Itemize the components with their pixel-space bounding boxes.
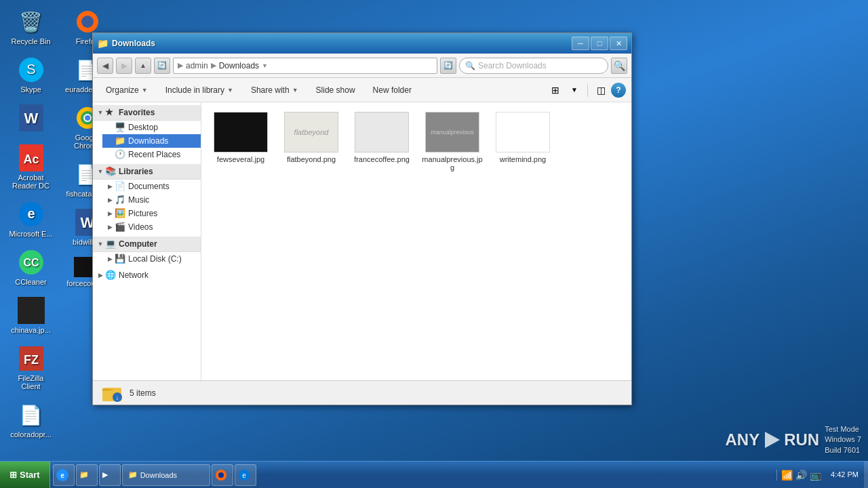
favorites-header[interactable]: ▼ ★ Favorites [93, 105, 201, 121]
filezilla-label: FileZilla Client [8, 374, 54, 390]
desktop-icon-edge[interactable]: e Microsoft E... [5, 198, 56, 241]
main-content: ▼ ★ Favorites 🖥️ Desktop 📁 Downloads 🕐 [93, 102, 631, 380]
desktop-icon-chinava[interactable]: chinava.jp... [5, 294, 56, 337]
help-button[interactable]: ? [611, 83, 626, 98]
sidebar-item-documents[interactable]: ▶ 📄 Documents [102, 180, 201, 193]
word-icon: W [18, 104, 45, 131]
start-button[interactable]: ⊞ Start [0, 462, 50, 489]
file-item-manualprevious[interactable]: manualprevious manualprevious.jpg [418, 108, 486, 176]
sidebar-item-local-disk[interactable]: ▶ 💾 Local Disk (C:) [102, 252, 201, 266]
file-name-flatbeyond: flatbeyond.png [287, 155, 336, 163]
taskbar-firefox-icon[interactable] [212, 464, 233, 486]
pictures-icon: 🖼️ [115, 208, 125, 219]
up-button[interactable]: ▲ [135, 58, 151, 74]
desktop-icon-acrobat[interactable]: Ac Acrobat Reader DC [5, 142, 56, 192]
file-name-francecoffee: francecoffee.png [354, 155, 410, 163]
desktop-icon-skype[interactable]: S Skype [5, 54, 56, 96]
back-button[interactable]: ◀ [97, 58, 113, 74]
music-label: Music [128, 195, 149, 205]
file-thumbnail-writemind [496, 112, 550, 152]
sidebar-item-pictures[interactable]: ▶ 🖼️ Pictures [102, 207, 201, 220]
anyrun-play-icon [762, 430, 781, 449]
share-with-button[interactable]: Share with ▼ [243, 81, 306, 99]
search-box[interactable]: 🔍 Search Downloads [459, 58, 608, 74]
recycle-bin-label: Recycle Bin [11, 37, 50, 45]
organize-button[interactable]: Organize ▼ [98, 81, 155, 99]
chinava-icon [18, 297, 45, 324]
svg-text:↓: ↓ [116, 394, 119, 401]
filezilla-icon: FZ [18, 345, 45, 372]
tray-show-desktop-icon[interactable]: 📺 [810, 470, 821, 481]
local-disk-icon: 💾 [115, 253, 125, 264]
compat-button[interactable]: 🔄 [154, 58, 170, 74]
libraries-header[interactable]: ▼ 📚 Libraries [93, 164, 201, 180]
view-arrow-button[interactable]: ▼ [566, 82, 583, 98]
slide-show-button[interactable]: Slide show [309, 81, 363, 99]
anyrun-info: Test Mode Windows 7 Build 7601 [825, 424, 861, 455]
network-label: Network [119, 270, 149, 280]
taskbar-explorer-icon[interactable]: 📁 [76, 464, 98, 486]
taskbar-edge-taskbar[interactable]: e [235, 464, 256, 486]
include-library-button[interactable]: Include in library ▼ [158, 81, 241, 99]
coloradopr-icon: 📄 [18, 401, 45, 428]
desktop-icon-filezilla[interactable]: FZ FileZilla Client [5, 342, 56, 393]
file-name-fewseveral: fewseveral.jpg [217, 155, 264, 163]
pictures-label: Pictures [128, 209, 157, 218]
sidebar-item-desktop[interactable]: 🖥️ Desktop [102, 121, 201, 134]
svg-text:Ac: Ac [23, 152, 39, 166]
view-toggle-button[interactable]: ⊞ [547, 82, 564, 98]
share-with-arrow-icon: ▼ [292, 87, 298, 94]
file-item-flatbeyond[interactable]: flatbeyond flatbeyond.png [277, 108, 345, 176]
file-name-manualprevious: manualprevious.jpg [421, 155, 484, 171]
tray-network-icon[interactable]: 📶 [781, 470, 793, 481]
desktop-icon-coloradopr[interactable]: 📄 coloradopr... [5, 399, 56, 441]
forward-button[interactable]: ▶ [116, 58, 132, 74]
file-item-fewseveral[interactable]: fewseveral.jpg [207, 108, 275, 176]
taskbar-clock[interactable]: 4:42 PM [825, 470, 864, 479]
file-item-francecoffee[interactable]: francecoffee.png [348, 108, 416, 176]
start-label: Start [20, 470, 40, 480]
toolbar-separator [587, 83, 588, 97]
close-button[interactable]: ✕ [610, 37, 627, 50]
computer-header[interactable]: ▼ 💻 Computer [93, 237, 201, 252]
maximize-button[interactable]: □ [591, 37, 608, 50]
file-item-writemind[interactable]: writemind.png [489, 108, 557, 176]
desktop-icon-recycle-bin[interactable]: 🗑️ Recycle Bin [5, 5, 56, 48]
new-folder-button[interactable]: New folder [366, 81, 419, 99]
ccleaner-label: CCleaner [15, 278, 46, 286]
anyrun-mode: Test Mode [825, 424, 861, 434]
desktop: 🗑️ Recycle Bin S Skype W Ac Acrobat Read… [0, 0, 868, 488]
taskbar-ie-icon[interactable]: e [53, 464, 75, 486]
sidebar-item-network[interactable]: ▶ 🌐 Network [93, 268, 201, 282]
refresh-button[interactable]: 🔄 [440, 58, 456, 74]
firefox-icon [74, 8, 101, 35]
chinava-label: chinava.jp... [11, 326, 51, 334]
minimize-button[interactable]: ─ [572, 37, 589, 50]
sidebar-item-downloads[interactable]: 📁 Downloads [102, 134, 201, 148]
show-desktop-button[interactable] [864, 462, 868, 489]
tray-volume-icon[interactable]: 🔊 [795, 470, 807, 481]
taskbar-wmp-icon[interactable]: ▶ [99, 464, 121, 486]
sidebar-item-recent[interactable]: 🕐 Recent Places [102, 148, 201, 161]
preview-pane-button[interactable]: ◫ [592, 82, 610, 98]
taskbar-tray: 📶 🔊 📺 [776, 470, 825, 481]
explorer-window: 📁 Downloads ─ □ ✕ ◀ ▶ ▲ 🔄 ▶ admin ▶ Down… [92, 33, 632, 405]
music-icon: 🎵 [115, 195, 125, 205]
recent-label: Recent Places [128, 150, 180, 159]
address-box[interactable]: ▶ admin ▶ Downloads ▼ [173, 58, 437, 74]
desktop-icon-ccleaner[interactable]: CC CCleaner [5, 246, 56, 289]
svg-text:e: e [242, 472, 246, 479]
organize-label: Organize [106, 85, 139, 95]
skype-icon: S [18, 56, 45, 83]
sidebar-item-videos[interactable]: ▶ 🎬 Videos [102, 220, 201, 234]
desktop-icon-tree: 🖥️ [115, 122, 125, 133]
file-thumbnail-francecoffee [355, 112, 409, 152]
search-submit-button[interactable]: 🔍 [611, 58, 627, 74]
svg-marker-25 [765, 432, 780, 448]
sidebar-item-music[interactable]: ▶ 🎵 Music [102, 193, 201, 207]
taskbar-downloads-item[interactable]: 📁 Downloads [122, 464, 210, 486]
documents-icon: 📄 [115, 181, 125, 192]
desktop-icon-word[interactable]: W [5, 102, 56, 136]
search-placeholder: Search Downloads [478, 61, 547, 70]
address-dropdown-arrow[interactable]: ▼ [262, 62, 268, 69]
